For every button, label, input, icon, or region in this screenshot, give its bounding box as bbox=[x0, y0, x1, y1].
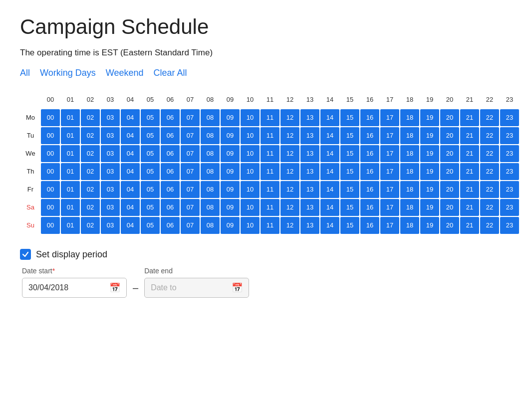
hour-cell-sa-05[interactable]: 05 bbox=[141, 199, 160, 216]
hour-cell-mo-01[interactable]: 01 bbox=[61, 109, 80, 126]
hour-cell-su-10[interactable]: 10 bbox=[241, 217, 260, 234]
hour-cell-su-23[interactable]: 23 bbox=[500, 217, 519, 234]
hour-cell-th-15[interactable]: 15 bbox=[340, 163, 359, 180]
date-end-input-wrapper[interactable]: 📅 bbox=[144, 278, 249, 298]
hour-cell-th-07[interactable]: 07 bbox=[181, 163, 200, 180]
hour-cell-tu-20[interactable]: 20 bbox=[440, 127, 459, 144]
hour-cell-mo-10[interactable]: 10 bbox=[241, 109, 260, 126]
hour-cell-mo-08[interactable]: 08 bbox=[201, 109, 220, 126]
hour-cell-we-21[interactable]: 21 bbox=[460, 145, 479, 162]
hour-cell-tu-15[interactable]: 15 bbox=[340, 127, 359, 144]
hour-cell-fr-22[interactable]: 22 bbox=[480, 181, 499, 198]
hour-cell-th-00[interactable]: 00 bbox=[41, 163, 60, 180]
hour-cell-tu-16[interactable]: 16 bbox=[360, 127, 379, 144]
hour-cell-fr-03[interactable]: 03 bbox=[101, 181, 120, 198]
hour-cell-mo-07[interactable]: 07 bbox=[181, 109, 200, 126]
hour-cell-su-02[interactable]: 02 bbox=[81, 217, 100, 234]
hour-cell-we-04[interactable]: 04 bbox=[121, 145, 140, 162]
hour-cell-mo-06[interactable]: 06 bbox=[161, 109, 180, 126]
hour-cell-su-09[interactable]: 09 bbox=[221, 217, 240, 234]
hour-cell-mo-19[interactable]: 19 bbox=[420, 109, 439, 126]
hour-cell-th-23[interactable]: 23 bbox=[500, 163, 519, 180]
hour-cell-fr-10[interactable]: 10 bbox=[241, 181, 260, 198]
hour-cell-we-01[interactable]: 01 bbox=[61, 145, 80, 162]
hour-cell-su-17[interactable]: 17 bbox=[380, 217, 399, 234]
hour-cell-th-13[interactable]: 13 bbox=[300, 163, 319, 180]
hour-cell-th-18[interactable]: 18 bbox=[400, 163, 419, 180]
hour-cell-su-01[interactable]: 01 bbox=[61, 217, 80, 234]
hour-cell-we-16[interactable]: 16 bbox=[360, 145, 379, 162]
hour-cell-tu-17[interactable]: 17 bbox=[380, 127, 399, 144]
hour-cell-sa-16[interactable]: 16 bbox=[360, 199, 379, 216]
hour-cell-tu-10[interactable]: 10 bbox=[241, 127, 260, 144]
hour-cell-fr-02[interactable]: 02 bbox=[81, 181, 100, 198]
hour-cell-we-07[interactable]: 07 bbox=[181, 145, 200, 162]
hour-cell-tu-19[interactable]: 19 bbox=[420, 127, 439, 144]
hour-cell-su-00[interactable]: 00 bbox=[41, 217, 60, 234]
date-start-input[interactable] bbox=[28, 283, 105, 292]
hour-cell-sa-00[interactable]: 00 bbox=[41, 199, 60, 216]
hour-cell-fr-12[interactable]: 12 bbox=[280, 181, 299, 198]
hour-cell-su-16[interactable]: 16 bbox=[360, 217, 379, 234]
hour-cell-mo-12[interactable]: 12 bbox=[280, 109, 299, 126]
hour-cell-mo-11[interactable]: 11 bbox=[261, 109, 279, 126]
hour-cell-sa-06[interactable]: 06 bbox=[161, 199, 180, 216]
set-display-period-checkbox[interactable] bbox=[20, 249, 31, 260]
hour-cell-sa-10[interactable]: 10 bbox=[241, 199, 260, 216]
hour-cell-tu-11[interactable]: 11 bbox=[261, 127, 279, 144]
hour-cell-su-11[interactable]: 11 bbox=[261, 217, 279, 234]
hour-cell-th-12[interactable]: 12 bbox=[280, 163, 299, 180]
hour-cell-we-00[interactable]: 00 bbox=[41, 145, 60, 162]
hour-cell-we-15[interactable]: 15 bbox=[340, 145, 359, 162]
hour-cell-mo-05[interactable]: 05 bbox=[141, 109, 160, 126]
hour-cell-th-10[interactable]: 10 bbox=[241, 163, 260, 180]
hour-cell-fr-20[interactable]: 20 bbox=[440, 181, 459, 198]
hour-cell-fr-23[interactable]: 23 bbox=[500, 181, 519, 198]
hour-cell-mo-03[interactable]: 03 bbox=[101, 109, 120, 126]
hour-cell-sa-20[interactable]: 20 bbox=[440, 199, 459, 216]
hour-cell-we-06[interactable]: 06 bbox=[161, 145, 180, 162]
hour-cell-su-15[interactable]: 15 bbox=[340, 217, 359, 234]
hour-cell-we-19[interactable]: 19 bbox=[420, 145, 439, 162]
hour-cell-th-06[interactable]: 06 bbox=[161, 163, 180, 180]
hour-cell-th-01[interactable]: 01 bbox=[61, 163, 80, 180]
hour-cell-sa-19[interactable]: 19 bbox=[420, 199, 439, 216]
hour-cell-we-03[interactable]: 03 bbox=[101, 145, 120, 162]
hour-cell-we-18[interactable]: 18 bbox=[400, 145, 419, 162]
hour-cell-th-08[interactable]: 08 bbox=[201, 163, 220, 180]
hour-cell-we-23[interactable]: 23 bbox=[500, 145, 519, 162]
hour-cell-tu-07[interactable]: 07 bbox=[181, 127, 200, 144]
hour-cell-th-16[interactable]: 16 bbox=[360, 163, 379, 180]
hour-cell-mo-00[interactable]: 00 bbox=[41, 109, 60, 126]
hour-cell-tu-08[interactable]: 08 bbox=[201, 127, 220, 144]
hour-cell-mo-17[interactable]: 17 bbox=[380, 109, 399, 126]
date-end-input[interactable] bbox=[151, 283, 228, 292]
hour-cell-fr-18[interactable]: 18 bbox=[400, 181, 419, 198]
hour-cell-tu-06[interactable]: 06 bbox=[161, 127, 180, 144]
hour-cell-tu-13[interactable]: 13 bbox=[300, 127, 319, 144]
hour-cell-sa-15[interactable]: 15 bbox=[340, 199, 359, 216]
hour-cell-th-02[interactable]: 02 bbox=[81, 163, 100, 180]
hour-cell-su-19[interactable]: 19 bbox=[420, 217, 439, 234]
hour-cell-fr-13[interactable]: 13 bbox=[300, 181, 319, 198]
hour-cell-su-22[interactable]: 22 bbox=[480, 217, 499, 234]
hour-cell-sa-17[interactable]: 17 bbox=[380, 199, 399, 216]
hour-cell-mo-21[interactable]: 21 bbox=[460, 109, 479, 126]
hour-cell-sa-21[interactable]: 21 bbox=[460, 199, 479, 216]
hour-cell-fr-16[interactable]: 16 bbox=[360, 181, 379, 198]
hour-cell-su-21[interactable]: 21 bbox=[460, 217, 479, 234]
hour-cell-fr-11[interactable]: 11 bbox=[261, 181, 279, 198]
hour-cell-tu-03[interactable]: 03 bbox=[101, 127, 120, 144]
hour-cell-fr-19[interactable]: 19 bbox=[420, 181, 439, 198]
weekend-button[interactable]: Weekend bbox=[106, 68, 144, 78]
hour-cell-tu-12[interactable]: 12 bbox=[280, 127, 299, 144]
hour-cell-su-18[interactable]: 18 bbox=[400, 217, 419, 234]
hour-cell-fr-00[interactable]: 00 bbox=[41, 181, 60, 198]
hour-cell-fr-15[interactable]: 15 bbox=[340, 181, 359, 198]
hour-cell-fr-05[interactable]: 05 bbox=[141, 181, 160, 198]
hour-cell-su-20[interactable]: 20 bbox=[440, 217, 459, 234]
hour-cell-su-06[interactable]: 06 bbox=[161, 217, 180, 234]
hour-cell-th-20[interactable]: 20 bbox=[440, 163, 459, 180]
hour-cell-sa-01[interactable]: 01 bbox=[61, 199, 80, 216]
hour-cell-th-17[interactable]: 17 bbox=[380, 163, 399, 180]
